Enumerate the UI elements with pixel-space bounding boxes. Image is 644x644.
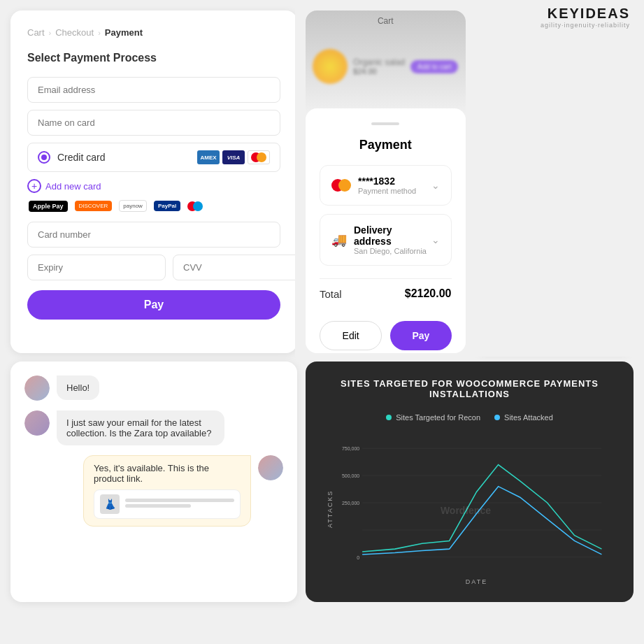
- convo-bubble-2: I just saw your email for the latest col…: [57, 410, 224, 445]
- delivery-address: San Diego, California: [354, 247, 431, 255]
- mobile-payment-card: Payment ****1832 Payment method ⌄: [306, 108, 466, 353]
- discover-icon: DISCOVER: [75, 201, 113, 211]
- svg-text:Wordfence: Wordfence: [441, 505, 491, 516]
- mobile-top-blurred: Organic salad $24.00 Add to cart Cart: [306, 10, 466, 122]
- chart-svg: 750,000 500,000 250,000 0 Wordfence: [341, 433, 613, 573]
- chart-title: SITES TARGETED FOR WOOCOMMERCE PAYMENTS …: [327, 378, 613, 399]
- convo-avatar-2: [24, 410, 50, 436]
- legend-dot-teal: [386, 415, 392, 420]
- total-label: Total: [320, 288, 342, 300]
- add-new-card-button[interactable]: + Add new card: [27, 179, 280, 193]
- mobile-payment-title: Payment: [320, 138, 452, 152]
- card-icons-group: AMEX VISA: [197, 150, 270, 164]
- breadcrumb-payment: Payment: [105, 27, 143, 38]
- product-thumbnail: 👗: [100, 494, 120, 514]
- total-row: Total $2120.00: [320, 278, 452, 308]
- svg-text:500,000: 500,000: [342, 473, 359, 478]
- radio-button[interactable]: [38, 151, 50, 164]
- convo-msg-3: Yes, it's available. This is the product…: [24, 455, 283, 527]
- name-on-card-input[interactable]: [27, 110, 280, 136]
- chart-panel: SITES TARGETED FOR WOOCOMMERCE PAYMENTS …: [306, 362, 634, 602]
- convo-msg-2: I just saw your email for the latest col…: [24, 410, 283, 445]
- mobile-payment-panel: Organic salad $24.00 Add to cart Cart Pa…: [306, 10, 466, 353]
- maestro-icon: [187, 201, 203, 211]
- delivery-row[interactable]: 🚚 Delivery address San Diego, California…: [320, 214, 452, 266]
- legend-item-2: Sites Attacked: [494, 413, 553, 422]
- amex-icon: AMEX: [197, 150, 220, 164]
- payment-method-row[interactable]: ****1832 Payment method ⌄: [320, 165, 452, 206]
- paypal-icon: PayPal: [154, 201, 180, 211]
- convo-avatar-1: [24, 375, 50, 401]
- mastercard-logo: [331, 179, 351, 192]
- convo-avatar-3: [258, 455, 283, 480]
- payment-method-label: Payment method: [358, 187, 416, 195]
- conversation-panel: Hello! I just saw your email for the lat…: [10, 362, 297, 602]
- delivery-icon: 🚚: [331, 232, 347, 248]
- convo-msg-1: Hello!: [24, 375, 283, 401]
- credit-card-label: Credit card: [57, 152, 105, 163]
- mobile-action-buttons: Edit Pay: [320, 321, 452, 350]
- total-amount: $2120.00: [405, 287, 452, 300]
- cvv-input[interactable]: [173, 255, 311, 280]
- y-axis-label: ATTACKS: [327, 433, 334, 585]
- payment-logos-row: Apple Pay DISCOVER paynow PayPal: [27, 200, 280, 212]
- convo-bubble-1: Hello!: [57, 375, 99, 400]
- chart-container: ATTACKS 750,000 500,000 250,000 0: [327, 433, 613, 585]
- drag-handle: [371, 122, 399, 125]
- email-input[interactable]: [27, 77, 280, 103]
- chevron-down-icon-2: ⌄: [431, 234, 440, 245]
- svg-text:250,000: 250,000: [342, 501, 359, 506]
- applepay-icon: Apple Pay: [29, 201, 68, 212]
- breadcrumb-checkout[interactable]: Checkout: [55, 27, 94, 38]
- legend-item-1: Sites Targeted for Recon: [386, 413, 480, 422]
- chart-legend: Sites Targeted for Recon Sites Attacked: [327, 413, 613, 422]
- form-title: Select Payment Process: [27, 52, 280, 64]
- plus-icon: +: [27, 179, 41, 193]
- legend-label-1: Sites Targeted for Recon: [396, 413, 480, 422]
- visa-icon: VISA: [222, 150, 245, 164]
- expiry-input[interactable]: [27, 255, 166, 280]
- mastercard-icon: [248, 150, 270, 164]
- chevron-icon: ›: [49, 29, 52, 37]
- breadcrumb: Cart › Checkout › Payment: [27, 27, 280, 38]
- mobile-pay-button[interactable]: Pay: [390, 321, 451, 350]
- pay-button[interactable]: Pay: [27, 290, 280, 320]
- legend-dot-cyan: [494, 415, 500, 420]
- payment-form-panel: Cart › Checkout › Payment Select Payment…: [10, 10, 297, 353]
- card-number-display: ****1832: [358, 176, 416, 187]
- credit-card-option[interactable]: Credit card AMEX VISA: [27, 143, 280, 172]
- chevron-down-icon: ⌄: [431, 180, 440, 191]
- breadcrumb-cart[interactable]: Cart: [27, 27, 45, 38]
- chevron-icon-2: ›: [98, 29, 101, 37]
- legend-label-2: Sites Attacked: [504, 413, 553, 422]
- edit-button[interactable]: Edit: [320, 321, 382, 350]
- svg-text:0: 0: [357, 555, 359, 560]
- card-number-input[interactable]: [27, 222, 280, 248]
- product-link-preview[interactable]: 👗: [94, 489, 241, 519]
- svg-text:750,000: 750,000: [342, 446, 359, 451]
- x-axis-label: DATE: [341, 578, 613, 585]
- delivery-title: Delivery address: [354, 224, 431, 247]
- paynow-icon: paynow: [119, 200, 147, 212]
- convo-bubble-3: Yes, it's available. This is the product…: [83, 455, 251, 527]
